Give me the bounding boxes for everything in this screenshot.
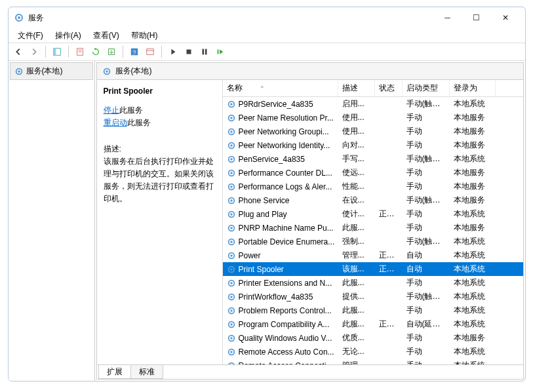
service-row[interactable]: Phone Service在设...手动(触发...本地服务 <box>223 193 523 207</box>
refresh-button[interactable] <box>89 45 103 59</box>
svg-text:?: ? <box>132 49 136 56</box>
restart-service-button[interactable] <box>213 45 227 59</box>
nav-services-local-label: 服务(本地) <box>26 66 63 77</box>
body: 服务(本地) 服务(本地) Print Spooler 停止此服务 重启动此服务… <box>9 61 525 381</box>
service-row[interactable]: Remote Access Auto Con...无论...手动本地系统 <box>223 345 523 359</box>
svg-point-39 <box>230 227 233 229</box>
service-logon: 本地服务 <box>450 195 496 206</box>
svg-point-19 <box>106 70 108 73</box>
service-name: Program Compatibility A... <box>239 320 330 329</box>
service-logon: 本地服务 <box>450 126 496 137</box>
tabs: 扩展 标准 <box>97 364 523 379</box>
service-start-type: 手动 <box>403 181 450 192</box>
minimize-button[interactable]: ─ <box>433 9 462 27</box>
window-title: 服务 <box>28 12 44 24</box>
stop-service-link[interactable]: 停止 <box>104 106 119 115</box>
service-row[interactable]: Print Spooler该服...正在...自动本地系统 <box>223 262 523 276</box>
service-start-type: 手动 <box>403 222 450 233</box>
svg-point-37 <box>230 213 233 216</box>
service-row[interactable]: Peer Name Resolution Pr...使用...手动本地服务 <box>223 111 523 125</box>
service-name: Quality Windows Audio V... <box>239 334 332 343</box>
service-row[interactable]: Quality Windows Audio V...优质...手动本地服务 <box>223 331 523 345</box>
back-button[interactable] <box>11 45 26 59</box>
menu-help[interactable]: 帮助(H) <box>126 29 163 43</box>
column-header-desc[interactable]: 描述 <box>338 80 375 96</box>
service-row[interactable]: Remote Access Connecti...管理...手动本地系统 <box>223 359 523 364</box>
start-service-button[interactable] <box>166 45 180 59</box>
service-row[interactable]: Program Compatibility A...此服...正在...自动(延… <box>223 317 523 331</box>
column-header-start[interactable]: 启动类型 <box>403 80 450 96</box>
service-row[interactable]: Plug and Play使计...正在...手动本地系统 <box>223 207 523 221</box>
menu-view[interactable]: 查看(V) <box>88 29 125 43</box>
services-window: 服务 ─ ☐ ✕ 文件(F) 操作(A) 查看(V) 帮助(H) ? 服务( <box>8 7 526 382</box>
svg-rect-15 <box>217 50 218 54</box>
service-row[interactable]: Portable Device Enumera...强制...手动(触发...本… <box>223 235 523 248</box>
restart-service-link[interactable]: 重启动 <box>104 118 127 127</box>
service-status: 正在... <box>375 319 403 330</box>
tab-standard[interactable]: 标准 <box>130 365 163 379</box>
service-name: Printer Extensions and N... <box>239 279 332 288</box>
list-body[interactable]: P9RdrService_4a835启用...手动(触发...本地系统Peer … <box>223 97 523 364</box>
service-row[interactable]: Problem Reports Control...此服...手动本地系统 <box>223 304 523 317</box>
toolbar-icon[interactable] <box>143 45 157 59</box>
column-header-logon[interactable]: 登录为 <box>450 80 496 96</box>
service-desc: 此服... <box>338 277 375 288</box>
service-desc: 启用... <box>338 98 375 109</box>
maximize-button[interactable]: ☐ <box>462 9 491 27</box>
service-desc: 该服... <box>338 264 375 275</box>
service-name: Peer Networking Groupi... <box>239 127 329 136</box>
service-desc: 提供... <box>338 291 375 302</box>
tab-extended[interactable]: 扩展 <box>98 365 131 379</box>
column-header-status[interactable]: 状态 <box>375 80 403 96</box>
pause-service-button[interactable] <box>197 45 212 59</box>
properties-button[interactable] <box>73 45 87 59</box>
menu-file[interactable]: 文件(F) <box>12 29 49 43</box>
svg-point-1 <box>18 16 20 19</box>
service-row[interactable]: Peer Networking Groupi...使用...手动本地服务 <box>223 125 523 138</box>
service-row[interactable]: Peer Networking Identity...向对...手动本地服务 <box>223 138 523 152</box>
description-text: 该服务在后台执行打印作业并处理与打印机的交互。如果关闭该服务，则无法进行打印或查… <box>104 155 216 206</box>
service-row[interactable]: Performance Counter DL...使远...手动本地服务 <box>223 166 523 180</box>
service-start-type: 手动 <box>403 167 450 178</box>
column-header-name[interactable]: 名称⌃ <box>223 80 338 96</box>
service-start-type: 手动 <box>403 277 450 288</box>
forward-button[interactable] <box>27 45 41 59</box>
service-logon: 本地服务 <box>450 222 496 233</box>
svg-point-29 <box>230 158 233 161</box>
service-desc: 使用... <box>338 112 375 123</box>
service-row[interactable]: Performance Logs & Aler...性能...手动本地服务 <box>223 180 523 193</box>
gear-icon <box>102 67 111 76</box>
titlebar: 服务 ─ ☐ ✕ <box>9 7 525 28</box>
service-status: 正在... <box>375 208 403 220</box>
service-start-type: 手动 <box>403 112 450 123</box>
show-hide-tree-button[interactable] <box>50 45 64 59</box>
list-pane: 名称⌃ 描述 状态 启动类型 登录为 P9RdrService_4a835启用.… <box>223 80 523 364</box>
close-button[interactable]: ✕ <box>491 9 520 27</box>
service-logon: 本地系统 <box>450 250 496 261</box>
menu-action[interactable]: 操作(A) <box>50 29 87 43</box>
service-row[interactable]: P9RdrService_4a835启用...手动(触发...本地系统 <box>223 97 523 111</box>
help-button[interactable]: ? <box>127 45 142 59</box>
svg-point-43 <box>230 254 233 257</box>
svg-point-27 <box>230 144 233 147</box>
stop-service-button[interactable] <box>182 45 196 59</box>
nav-services-local[interactable]: 服务(本地) <box>10 62 93 80</box>
service-desc: 使远... <box>338 167 375 178</box>
service-start-type: 手动(触发... <box>403 98 450 109</box>
service-row[interactable]: Power管理...正在...自动本地系统 <box>223 248 523 262</box>
service-name: Plug and Play <box>239 210 287 219</box>
service-status: 正在... <box>375 250 403 261</box>
service-desc: 使用... <box>338 126 375 137</box>
service-row[interactable]: PNRP Machine Name Pu...此服...手动本地服务 <box>223 221 523 235</box>
service-row[interactable]: Printer Extensions and N...此服...手动本地系统 <box>223 276 523 290</box>
stop-service-line: 停止此服务 <box>104 104 216 117</box>
service-logon: 本地系统 <box>450 153 496 165</box>
svg-point-45 <box>230 268 233 271</box>
export-button[interactable] <box>104 45 119 59</box>
toolbar: ? <box>9 43 525 61</box>
service-start-type: 自动(延迟... <box>403 319 450 330</box>
service-name: Portable Device Enumera... <box>239 237 335 246</box>
service-row[interactable]: PenService_4a835手写...手动(触发...本地系统 <box>223 152 523 166</box>
svg-point-23 <box>230 117 233 119</box>
service-row[interactable]: PrintWorkflow_4a835提供...手动(触发...本地系统 <box>223 290 523 304</box>
